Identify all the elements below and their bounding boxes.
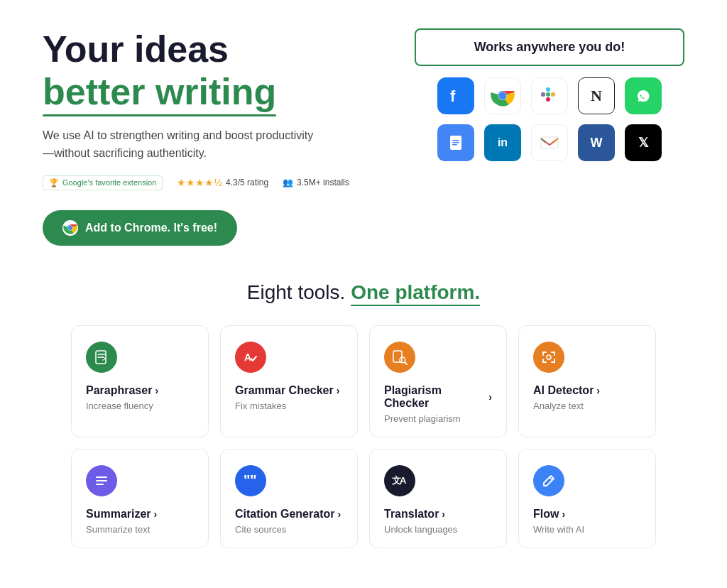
svg-rect-18 xyxy=(452,142,459,143)
linkedin-app-icon: in xyxy=(484,124,521,161)
tool-card-grammar-checker[interactable]: A Grammar Checker › Fix mistakes xyxy=(220,325,358,437)
headline: Your ideas better writing xyxy=(43,28,349,114)
badges-row: 🏆 Google's favorite extension ★★★★½ 4.3/… xyxy=(43,175,349,190)
facebook-app-icon: f xyxy=(437,77,474,114)
tool-name-grammar-checker: Grammar Checker › xyxy=(235,384,343,397)
tool-icon-summarizer xyxy=(86,465,117,496)
tool-arrow-flow: › xyxy=(562,508,565,520)
slack-app-icon xyxy=(531,77,568,114)
svg-point-26 xyxy=(547,355,551,359)
tool-desc-plagiarism-checker: Prevent plagiarism xyxy=(384,413,492,424)
svg-rect-13 xyxy=(546,97,550,102)
platform-title: Eight tools. One platform. xyxy=(43,281,684,304)
tool-icon-paraphraser xyxy=(86,342,117,373)
gdocs-app-icon xyxy=(437,124,474,161)
tool-name-citation-generator: Citation Generator › xyxy=(235,508,343,521)
svg-rect-19 xyxy=(452,144,457,146)
gmail-app-icon xyxy=(531,124,568,161)
tool-icon-translator: 文A xyxy=(384,465,415,496)
tool-desc-ai-detector: Analyze text xyxy=(533,401,641,411)
right-panel: Works anywhere you do! f xyxy=(415,28,684,161)
tool-desc-paraphraser: Increase fluency xyxy=(86,401,194,411)
tool-card-summarizer[interactable]: Summarizer › Summarize text xyxy=(71,449,209,548)
svg-text:f: f xyxy=(450,87,456,105)
svg-text:A: A xyxy=(400,475,407,486)
bottom-section: Eight tools. One platform. Paraphraser ›… xyxy=(43,281,684,577)
svg-rect-11 xyxy=(546,92,550,97)
notion-app-icon: N xyxy=(578,77,615,114)
works-anywhere-button[interactable]: Works anywhere you do! xyxy=(415,28,684,66)
tool-name-ai-detector: AI Detector › xyxy=(533,384,641,397)
headline-line2: better writing xyxy=(43,71,276,114)
tool-desc-summarizer: Summarize text xyxy=(86,524,194,535)
tool-name-paraphraser: Paraphraser › xyxy=(86,384,194,397)
main-container: Your ideas better writing We use AI to s… xyxy=(0,0,727,588)
tool-arrow-grammar-checker: › xyxy=(337,385,340,396)
left-panel: Your ideas better writing We use AI to s… xyxy=(43,28,349,246)
tool-card-translator[interactable]: 文A Translator › Unlock languages xyxy=(369,449,507,548)
hero-subtext: We use AI to strengthen writing and boos… xyxy=(43,126,349,163)
chrome-logo-icon xyxy=(62,220,78,236)
add-to-chrome-button[interactable]: Add to Chrome. It's free! xyxy=(43,210,237,246)
tool-name-summarizer: Summarizer › xyxy=(86,508,194,521)
tool-arrow-plagiarism-checker: › xyxy=(488,391,492,403)
svg-point-3 xyxy=(68,226,72,230)
tool-icon-ai-detector xyxy=(533,342,564,373)
app-icons-grid: f xyxy=(437,77,662,161)
svg-text:A: A xyxy=(244,352,251,363)
tool-arrow-summarizer: › xyxy=(154,508,158,520)
svg-rect-12 xyxy=(551,92,555,97)
tool-card-flow[interactable]: Flow › Write with AI xyxy=(518,449,656,548)
svg-rect-23 xyxy=(393,351,402,362)
installs-badge: 👥 3.5M+ installs xyxy=(283,178,349,187)
svg-rect-20 xyxy=(541,137,558,148)
tool-desc-grammar-checker: Fix mistakes xyxy=(235,401,343,411)
tool-card-paraphraser[interactable]: Paraphraser › Increase fluency xyxy=(71,325,209,437)
tool-desc-flow: Write with AI xyxy=(533,524,641,535)
tool-icon-grammar-checker: A xyxy=(235,342,266,373)
chrome-app-icon xyxy=(484,77,521,114)
tools-grid: Paraphraser › Increase fluency A Grammar… xyxy=(43,325,684,548)
svg-point-8 xyxy=(499,92,507,100)
svg-rect-10 xyxy=(546,87,550,92)
tool-card-plagiarism-checker[interactable]: Plagiarism Checker › Prevent plagiarism xyxy=(369,325,507,437)
word-app-icon: W xyxy=(578,124,615,161)
tool-arrow-translator: › xyxy=(442,508,445,520)
whatsapp-app-icon xyxy=(625,77,662,114)
tool-card-citation-generator[interactable]: "" Citation Generator › Cite sources xyxy=(220,449,358,548)
tool-arrow-citation-generator: › xyxy=(337,508,341,520)
tool-desc-citation-generator: Cite sources xyxy=(235,524,343,535)
tool-card-ai-detector[interactable]: AI Detector › Analyze text xyxy=(518,325,656,437)
tool-icon-flow xyxy=(533,465,564,496)
headline-line1: Your ideas xyxy=(43,28,229,70)
tool-arrow-ai-detector: › xyxy=(596,385,600,396)
tool-icon-plagiarism-checker xyxy=(384,342,415,373)
svg-rect-17 xyxy=(452,140,459,141)
rating-badge: ★★★★½ 4.3/5 rating xyxy=(177,177,268,188)
tool-name-plagiarism-checker: Plagiarism Checker › xyxy=(384,384,492,410)
twitter-x-app-icon: 𝕏 xyxy=(625,124,662,161)
svg-line-25 xyxy=(405,362,407,364)
svg-text:": " xyxy=(250,473,256,488)
tool-arrow-paraphraser: › xyxy=(155,385,158,396)
google-badge: 🏆 Google's favorite extension xyxy=(43,175,163,190)
tool-desc-translator: Unlock languages xyxy=(384,524,492,535)
top-section: Your ideas better writing We use AI to s… xyxy=(43,28,684,246)
svg-rect-14 xyxy=(541,92,545,97)
tool-icon-citation-generator: "" xyxy=(235,465,266,496)
tool-name-flow: Flow › xyxy=(533,508,641,521)
tool-name-translator: Translator › xyxy=(384,508,492,521)
